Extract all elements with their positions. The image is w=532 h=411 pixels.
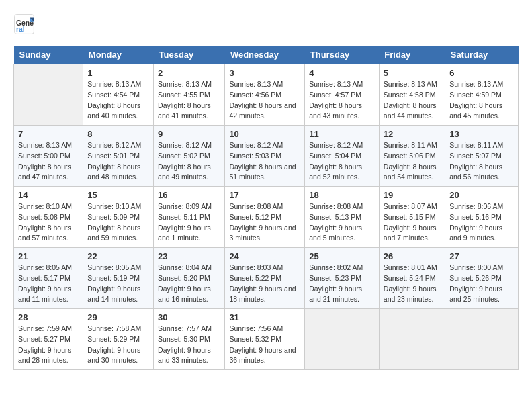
day-info: Sunrise: 8:12 AMSunset: 5:03 PMDaylight:… <box>229 140 300 183</box>
calendar-cell: 23Sunrise: 8:04 AMSunset: 5:20 PMDayligh… <box>154 248 225 309</box>
day-number: 7 <box>18 129 79 139</box>
day-number: 16 <box>158 190 220 200</box>
day-number: 15 <box>87 190 149 200</box>
day-info: Sunrise: 8:08 AMSunset: 5:12 PMDaylight:… <box>229 201 300 244</box>
day-header-sunday: Sunday <box>14 46 83 64</box>
day-number: 29 <box>87 312 149 322</box>
page-header: Gene ral <box>13 13 519 35</box>
day-info: Sunrise: 7:59 AMSunset: 5:27 PMDaylight:… <box>18 324 79 366</box>
day-info: Sunrise: 8:10 AMSunset: 5:08 PMDaylight:… <box>18 201 79 244</box>
day-number: 12 <box>384 129 441 139</box>
day-info: Sunrise: 8:13 AMSunset: 5:00 PMDaylight:… <box>18 140 79 183</box>
calendar-week-row: 1Sunrise: 8:13 AMSunset: 4:54 PMDaylight… <box>14 64 519 126</box>
day-number: 14 <box>18 190 79 200</box>
day-number: 11 <box>309 129 375 139</box>
calendar-cell: 20Sunrise: 8:06 AMSunset: 5:16 PMDayligh… <box>445 187 519 248</box>
day-info: Sunrise: 7:57 AMSunset: 5:30 PMDaylight:… <box>158 324 220 366</box>
calendar-cell: 18Sunrise: 8:08 AMSunset: 5:13 PMDayligh… <box>305 187 380 248</box>
day-info: Sunrise: 8:13 AMSunset: 4:54 PMDaylight:… <box>87 79 149 122</box>
calendar-cell <box>379 309 445 370</box>
day-number: 24 <box>229 251 300 261</box>
calendar-table: SundayMondayTuesdayWednesdayThursdayFrid… <box>13 46 519 370</box>
day-number: 3 <box>229 68 300 78</box>
day-info: Sunrise: 8:05 AMSunset: 5:19 PMDaylight:… <box>87 263 149 305</box>
day-info: Sunrise: 8:11 AMSunset: 5:07 PMDaylight:… <box>449 140 514 183</box>
calendar-cell: 16Sunrise: 8:09 AMSunset: 5:11 PMDayligh… <box>154 187 225 248</box>
day-info: Sunrise: 8:13 AMSunset: 4:55 PMDaylight:… <box>158 79 220 122</box>
day-info: Sunrise: 8:07 AMSunset: 5:15 PMDaylight:… <box>384 201 441 244</box>
day-number: 25 <box>309 251 375 261</box>
day-number: 23 <box>158 251 220 261</box>
day-info: Sunrise: 8:13 AMSunset: 4:59 PMDaylight:… <box>449 79 514 122</box>
calendar-week-row: 28Sunrise: 7:59 AMSunset: 5:27 PMDayligh… <box>14 309 519 370</box>
day-number: 13 <box>449 129 514 139</box>
day-info: Sunrise: 8:08 AMSunset: 5:13 PMDaylight:… <box>309 201 375 244</box>
day-number: 10 <box>229 129 300 139</box>
day-info: Sunrise: 7:56 AMSunset: 5:32 PMDaylight:… <box>229 324 300 366</box>
calendar-cell: 22Sunrise: 8:05 AMSunset: 5:19 PMDayligh… <box>83 248 154 309</box>
calendar-cell: 21Sunrise: 8:05 AMSunset: 5:17 PMDayligh… <box>14 248 83 309</box>
calendar-cell: 10Sunrise: 8:12 AMSunset: 5:03 PMDayligh… <box>225 126 305 187</box>
day-number: 8 <box>87 129 149 139</box>
day-info: Sunrise: 8:12 AMSunset: 5:01 PMDaylight:… <box>87 140 149 183</box>
day-info: Sunrise: 8:13 AMSunset: 4:56 PMDaylight:… <box>229 79 300 122</box>
day-number: 27 <box>449 251 514 261</box>
day-info: Sunrise: 8:12 AMSunset: 5:02 PMDaylight:… <box>158 140 220 183</box>
calendar-week-row: 21Sunrise: 8:05 AMSunset: 5:17 PMDayligh… <box>14 248 519 309</box>
day-number: 2 <box>158 68 220 78</box>
day-number: 1 <box>87 68 149 78</box>
day-number: 26 <box>384 251 441 261</box>
calendar-cell: 14Sunrise: 8:10 AMSunset: 5:08 PMDayligh… <box>14 187 83 248</box>
calendar-cell: 7Sunrise: 8:13 AMSunset: 5:00 PMDaylight… <box>14 126 83 187</box>
day-number: 20 <box>449 190 514 200</box>
calendar-week-row: 14Sunrise: 8:10 AMSunset: 5:08 PMDayligh… <box>14 187 519 248</box>
calendar-cell: 9Sunrise: 8:12 AMSunset: 5:02 PMDaylight… <box>154 126 225 187</box>
calendar-cell <box>445 309 519 370</box>
calendar-cell: 1Sunrise: 8:13 AMSunset: 4:54 PMDaylight… <box>83 64 154 126</box>
calendar-cell: 2Sunrise: 8:13 AMSunset: 4:55 PMDaylight… <box>154 64 225 126</box>
calendar-cell: 19Sunrise: 8:07 AMSunset: 5:15 PMDayligh… <box>379 187 445 248</box>
calendar-cell: 11Sunrise: 8:12 AMSunset: 5:04 PMDayligh… <box>305 126 380 187</box>
day-info: Sunrise: 8:09 AMSunset: 5:11 PMDaylight:… <box>158 201 220 244</box>
day-number: 17 <box>229 190 300 200</box>
day-number: 30 <box>158 312 220 322</box>
calendar-cell: 4Sunrise: 8:13 AMSunset: 4:57 PMDaylight… <box>305 64 380 126</box>
day-header-friday: Friday <box>379 46 445 64</box>
calendar-cell: 3Sunrise: 8:13 AMSunset: 4:56 PMDaylight… <box>225 64 305 126</box>
calendar-cell <box>305 309 380 370</box>
day-number: 4 <box>309 68 375 78</box>
calendar-week-row: 7Sunrise: 8:13 AMSunset: 5:00 PMDaylight… <box>14 126 519 187</box>
day-header-saturday: Saturday <box>445 46 519 64</box>
day-number: 31 <box>229 312 300 322</box>
calendar-cell: 13Sunrise: 8:11 AMSunset: 5:07 PMDayligh… <box>445 126 519 187</box>
day-number: 5 <box>384 68 441 78</box>
calendar-cell <box>14 64 83 126</box>
day-number: 21 <box>18 251 79 261</box>
calendar-cell: 17Sunrise: 8:08 AMSunset: 5:12 PMDayligh… <box>225 187 305 248</box>
logo-icon: Gene ral <box>13 13 35 35</box>
calendar-cell: 25Sunrise: 8:02 AMSunset: 5:23 PMDayligh… <box>305 248 380 309</box>
day-info: Sunrise: 8:01 AMSunset: 5:24 PMDaylight:… <box>384 263 441 305</box>
day-info: Sunrise: 8:04 AMSunset: 5:20 PMDaylight:… <box>158 263 220 305</box>
logo: Gene ral <box>13 13 38 35</box>
day-header-wednesday: Wednesday <box>225 46 305 64</box>
calendar-cell: 24Sunrise: 8:03 AMSunset: 5:22 PMDayligh… <box>225 248 305 309</box>
day-number: 19 <box>384 190 441 200</box>
calendar-cell: 15Sunrise: 8:10 AMSunset: 5:09 PMDayligh… <box>83 187 154 248</box>
day-header-thursday: Thursday <box>305 46 380 64</box>
day-info: Sunrise: 8:10 AMSunset: 5:09 PMDaylight:… <box>87 201 149 244</box>
day-number: 18 <box>309 190 375 200</box>
calendar-cell: 8Sunrise: 8:12 AMSunset: 5:01 PMDaylight… <box>83 126 154 187</box>
day-info: Sunrise: 8:11 AMSunset: 5:06 PMDaylight:… <box>384 140 441 183</box>
day-info: Sunrise: 7:58 AMSunset: 5:29 PMDaylight:… <box>87 324 149 366</box>
calendar-header-row: SundayMondayTuesdayWednesdayThursdayFrid… <box>14 46 519 64</box>
day-number: 6 <box>449 68 514 78</box>
day-info: Sunrise: 8:13 AMSunset: 4:57 PMDaylight:… <box>309 79 375 122</box>
calendar-cell: 12Sunrise: 8:11 AMSunset: 5:06 PMDayligh… <box>379 126 445 187</box>
calendar-cell: 26Sunrise: 8:01 AMSunset: 5:24 PMDayligh… <box>379 248 445 309</box>
calendar-cell: 5Sunrise: 8:13 AMSunset: 4:58 PMDaylight… <box>379 64 445 126</box>
svg-text:ral: ral <box>16 26 25 33</box>
calendar-cell: 6Sunrise: 8:13 AMSunset: 4:59 PMDaylight… <box>445 64 519 126</box>
day-number: 22 <box>87 251 149 261</box>
day-info: Sunrise: 8:06 AMSunset: 5:16 PMDaylight:… <box>449 201 514 244</box>
